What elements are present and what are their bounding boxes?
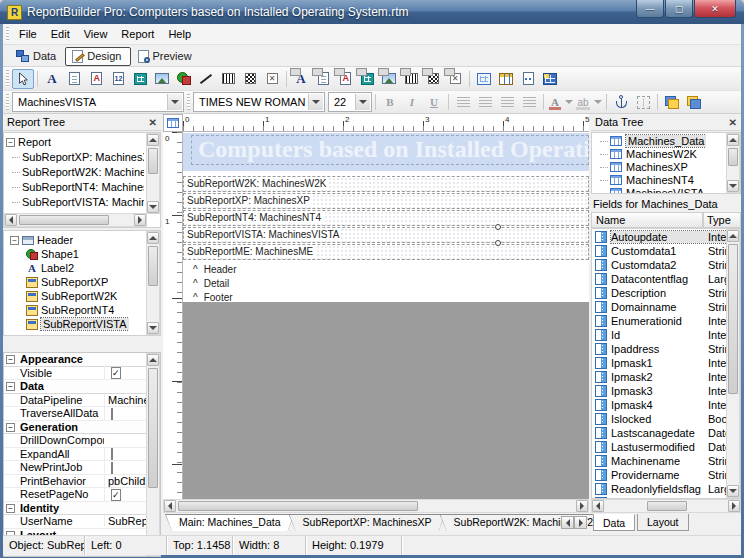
scroll-down-icon[interactable]	[727, 485, 739, 497]
shape-tool-icon[interactable]	[173, 69, 195, 89]
menu-edit[interactable]: Edit	[44, 25, 77, 43]
grid-tool-icon[interactable]	[495, 69, 517, 89]
send-to-back-icon[interactable]	[683, 92, 705, 112]
field-row[interactable]: EnumerationidInteger	[595, 314, 727, 328]
checkbox-checked[interactable]: ✓	[111, 489, 121, 501]
scroll-up-icon[interactable]	[727, 134, 739, 146]
subreport-band-me[interactable]: SubReportME: MachinesME	[183, 244, 589, 260]
datatree-item-machines-data[interactable]: Machines_Data	[600, 134, 706, 148]
property-vscrollbar[interactable]	[146, 353, 160, 556]
system-variable-tool-icon[interactable]	[107, 69, 129, 89]
field-row[interactable]: Customdata2String	[595, 258, 727, 272]
fields-hscrollbar[interactable]	[591, 499, 741, 513]
region-tool-icon[interactable]	[473, 69, 495, 89]
property-row-username[interactable]: UserNameSubReportVISTA	[4, 515, 146, 529]
tree-item-shape1[interactable]: Shape1	[26, 247, 79, 261]
fields-vscrollbar[interactable]	[726, 229, 740, 498]
right-tab-data[interactable]: Data	[593, 514, 635, 531]
field-row[interactable]: Ipmask2Integer	[595, 370, 727, 384]
scroll-down-icon[interactable]	[147, 201, 159, 213]
title-bar[interactable]: R ReportBuilder Pro: Computers based on …	[0, 0, 744, 24]
font-color-button[interactable]: A	[547, 92, 573, 112]
image-tool-icon[interactable]	[151, 69, 173, 89]
memo-tool-icon[interactable]	[63, 69, 85, 89]
property-category-data[interactable]: −Data	[4, 380, 146, 394]
align-justify-icon[interactable]	[518, 92, 540, 112]
dbtext-tool-icon[interactable]: A	[290, 69, 312, 89]
datatree-item-machinesw2k[interactable]: MachinesW2K	[600, 147, 697, 161]
field-row[interactable]: MachinenameString	[595, 454, 727, 468]
chevron-down-icon[interactable]	[355, 94, 370, 110]
canvas-hscrollbar[interactable]	[163, 499, 589, 513]
tab-design[interactable]: Design	[65, 47, 130, 66]
scroll-down-icon[interactable]	[727, 180, 739, 192]
tree-item-subreportvista[interactable]: SubReportVISTA: MachinesVISTA	[12, 195, 144, 209]
menu-report[interactable]: Report	[114, 25, 161, 43]
subreport-band-xp[interactable]: SubReportXP: MachinesXP	[183, 193, 589, 209]
checkbox-unchecked[interactable]	[111, 408, 113, 420]
datatree-item-machinesxp[interactable]: MachinesXP	[600, 160, 688, 174]
menu-help[interactable]: Help	[161, 25, 198, 43]
tree-item-header-band[interactable]: − Header	[10, 233, 73, 247]
checkbox-unchecked[interactable]	[111, 448, 113, 460]
selection-handle[interactable]	[495, 240, 501, 246]
band-marker-detail[interactable]: ^Detail	[193, 277, 229, 290]
checkbox-checked[interactable]: ✓	[111, 367, 121, 379]
close-button[interactable]: ✕	[694, 0, 736, 18]
property-row-newprintjob[interactable]: NewPrintJob	[4, 461, 146, 475]
header-band-area[interactable]: Computers based on Installed Operating S…	[183, 133, 589, 171]
minimize-button[interactable]: —	[636, 0, 664, 18]
align-center-icon[interactable]	[474, 92, 496, 112]
page-tab-subreportxp[interactable]: SubReportXP: MachinesXP	[289, 514, 446, 531]
field-row[interactable]: IpaddressString	[595, 342, 727, 356]
field-row[interactable]: ProvidernameString	[595, 468, 727, 482]
tree-item-subreportnt4[interactable]: SubReportNT4: MachinesNT4	[12, 180, 144, 194]
checkbox-tool-icon[interactable]: ✕	[261, 69, 283, 89]
richtext-tool-icon[interactable]	[85, 69, 107, 89]
property-category-appearance[interactable]: −Appearance	[4, 353, 146, 367]
field-row[interactable]: Ipmask4Integer	[595, 398, 727, 412]
property-row-traversealldata[interactable]: TraverseAllData	[4, 407, 146, 421]
font-size-combo[interactable]: 22	[328, 92, 372, 112]
font-name-combo[interactable]: TIMES NEW ROMAN	[193, 92, 325, 112]
dbbarcode-tool-icon[interactable]	[400, 69, 422, 89]
property-value[interactable]: SubReportVISTA	[104, 515, 146, 527]
tree-item-subreportxp[interactable]: SubReportXP: MachinesXP	[12, 150, 144, 164]
collapse-icon[interactable]: −	[6, 382, 15, 391]
property-row-printbehavior[interactable]: PrintBehaviorpbChild	[4, 475, 146, 489]
subreport-band-vista[interactable]: SubReportVISTA: MachinesVISTA	[183, 227, 589, 243]
collapse-icon[interactable]: −	[6, 423, 15, 432]
line-tool-icon[interactable]	[195, 69, 217, 89]
tree-item-subreportw2k[interactable]: SubReportW2K: MachinesW2K	[12, 165, 144, 179]
italic-button[interactable]: I	[401, 92, 423, 112]
dbimage-tool-icon[interactable]	[378, 69, 400, 89]
report-tree-vscrollbar[interactable]	[146, 133, 160, 214]
field-row[interactable]: LastusermodifiedDate	[595, 440, 727, 454]
field-row[interactable]: DatacontentflagLargeInt	[595, 272, 727, 286]
chevron-down-icon[interactable]	[308, 94, 323, 110]
pagebreak-tool-icon[interactable]	[517, 69, 539, 89]
field-row[interactable]: IslockedBoolean	[595, 412, 727, 426]
column-header-type[interactable]: Type	[703, 212, 741, 228]
collapse-icon[interactable]: −	[10, 236, 19, 245]
scroll-right-icon[interactable]	[576, 500, 588, 512]
scroll-left-icon[interactable]	[5, 214, 17, 226]
scroll-left-icon[interactable]	[592, 500, 604, 512]
select-tool-icon[interactable]	[12, 69, 34, 89]
subreport-band-w2k[interactable]: SubReportW2K: MachinesW2K	[183, 176, 589, 192]
field-row[interactable]: IdInteger	[595, 328, 727, 342]
label-tool-icon[interactable]: A	[41, 69, 63, 89]
close-icon[interactable]: ✕	[729, 117, 737, 128]
property-row-resetpageno[interactable]: ResetPageNo✓	[4, 488, 146, 502]
scroll-up-icon[interactable]	[727, 230, 739, 242]
tree-item-report[interactable]: − Report	[6, 135, 51, 149]
tab-scroll-right-icon[interactable]	[574, 516, 587, 529]
field-row[interactable]: Customdata1String	[595, 244, 727, 258]
collapse-icon[interactable]: −	[6, 504, 15, 513]
scroll-right-icon[interactable]	[728, 500, 740, 512]
property-row-datapipeline[interactable]: DataPipelineMachinesVISTA	[4, 394, 146, 408]
datatree-item-machinesnt4[interactable]: MachinesNT4	[600, 173, 694, 187]
scroll-right-icon[interactable]	[134, 214, 146, 226]
tree-item-label2[interactable]: A Label2	[26, 261, 74, 275]
band-selector-button[interactable]	[163, 114, 183, 132]
